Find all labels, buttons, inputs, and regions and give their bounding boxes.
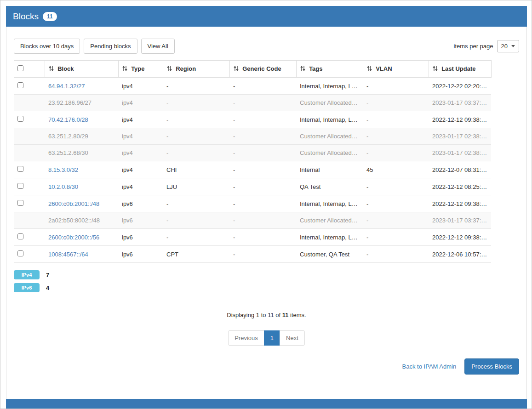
filter-pending-blocks-button[interactable]: Pending blocks <box>84 39 137 54</box>
vlan-cell: - <box>363 78 429 95</box>
tags-cell: Internal, Internap, LAN <box>296 78 363 95</box>
vlan-cell: - <box>363 212 429 229</box>
vlan-cell: - <box>363 145 429 161</box>
column-header-type[interactable]: Type <box>118 61 163 78</box>
table-row: 63.251.2.68/30ipv4--Customer Allocated I… <box>14 145 491 161</box>
tags-cell: Internal, Internap, LAN <box>296 195 363 212</box>
previous-page-button[interactable]: Previous <box>228 330 264 346</box>
generic-code-cell: - <box>229 178 296 195</box>
row-checkbox[interactable] <box>17 183 23 189</box>
block-cell: 70.42.176.0/28 <box>45 111 118 128</box>
pagination: Previous 1 Next <box>228 330 305 346</box>
back-to-ipam-admin-link[interactable]: Back to IPAM Admin <box>402 363 457 370</box>
block-cell: 2600:c0b:2000::/56 <box>45 229 118 246</box>
column-header-block[interactable]: Block <box>45 61 118 78</box>
row-checkbox[interactable] <box>17 82 23 88</box>
block-cell: 63.251.2.68/30 <box>45 145 118 161</box>
row-checkbox[interactable] <box>17 250 23 256</box>
vlan-cell: 45 <box>363 161 429 178</box>
region-cell: - <box>163 111 229 128</box>
filter-view-all-button[interactable]: View All <box>141 39 175 54</box>
display-info-suffix: items. <box>288 312 306 318</box>
column-label: Generic Code <box>242 65 281 72</box>
block-link[interactable]: 8.15.3.0/32 <box>48 166 78 173</box>
table-row: 8.15.3.0/32ipv4CHI-Internal452022-12-07 … <box>14 161 491 178</box>
row-checkbox[interactable] <box>17 200 23 206</box>
table-row: 10.2.0.8/30ipv4LJU-QA Test-2022-12-12 08… <box>14 178 491 195</box>
ipv4-badge: IPv4 <box>14 270 40 279</box>
panel-footer-bar <box>6 399 527 409</box>
sort-icon <box>433 66 438 73</box>
row-checkbox[interactable] <box>17 166 23 172</box>
tags-cell: QA Test <box>296 178 363 195</box>
blocks-panel: Blocks 11 Blocks over 10 days Pending bl… <box>6 6 527 409</box>
block-link[interactable]: 1008:4567::/64 <box>48 251 88 258</box>
table-row: 23.92.186.96/27ipv4--Customer Allocated,… <box>14 95 491 111</box>
footer-actions: Back to IPAM Admin Process Blocks <box>14 358 519 375</box>
ipv4-summary-row: IPv4 7 <box>14 270 519 279</box>
column-header-tags[interactable]: Tags <box>296 61 363 78</box>
type-cell: ipv6 <box>118 195 163 212</box>
row-select-cell <box>14 161 45 178</box>
row-select-cell <box>14 246 45 263</box>
vlan-cell: - <box>363 128 429 145</box>
block-link[interactable]: 2600:c0b:2001::/48 <box>48 200 99 207</box>
select-all-checkbox[interactable] <box>17 65 23 71</box>
items-per-page-label: items per page <box>454 43 493 50</box>
block-link[interactable]: 64.94.1.32/27 <box>48 83 85 90</box>
block-cell: 2a02:b50:8002::/48 <box>45 212 118 229</box>
toolbar: Blocks over 10 days Pending blocks View … <box>14 27 519 54</box>
region-cell: - <box>163 229 229 246</box>
block-link[interactable]: 2600:c0b:2000::/56 <box>48 234 99 241</box>
block-link[interactable]: 70.42.176.0/28 <box>48 116 88 123</box>
block-label: 23.92.186.96/27 <box>48 99 92 106</box>
process-blocks-button[interactable]: Process Blocks <box>464 358 519 375</box>
items-per-page-select[interactable]: 20 <box>497 40 519 52</box>
row-select-cell <box>14 111 45 128</box>
last-update-cell: 2022-12-12 09:38:13 <box>429 229 491 246</box>
page-1-button[interactable]: 1 <box>264 330 280 346</box>
table-row: 63.251.2.80/29ipv4--Customer Allocated I… <box>14 128 491 145</box>
ipv6-badge: IPv6 <box>14 283 40 292</box>
block-cell: 1008:4567::/64 <box>45 246 118 263</box>
vlan-cell: - <box>363 178 429 195</box>
table-row: 64.94.1.32/27ipv4--Internal, Internap, L… <box>14 78 491 95</box>
column-header-generic-code[interactable]: Generic Code <box>229 61 296 78</box>
row-select-cell <box>14 229 45 246</box>
row-checkbox[interactable] <box>17 233 23 239</box>
last-update-cell: 2023-01-17 02:38:06 <box>429 145 491 161</box>
tags-cell: Internal <box>296 161 363 178</box>
row-checkbox[interactable] <box>17 116 23 122</box>
tags-cell: Customer Allocated I… <box>296 128 363 145</box>
blocks-table-body: 64.94.1.32/27ipv4--Internal, Internap, L… <box>14 78 491 263</box>
block-cell: 64.94.1.32/27 <box>45 78 118 95</box>
block-link[interactable]: 10.2.0.8/30 <box>48 183 78 190</box>
block-label: 63.251.2.80/29 <box>48 133 88 140</box>
ip-summary: IPv4 7 IPv6 4 <box>14 270 519 292</box>
sort-icon <box>49 66 54 73</box>
region-cell: - <box>163 145 229 161</box>
sort-icon <box>234 66 239 73</box>
row-select-cell <box>14 195 45 212</box>
next-page-button[interactable]: Next <box>280 330 305 346</box>
generic-code-cell: - <box>229 128 296 145</box>
region-cell: - <box>163 78 229 95</box>
region-cell: - <box>163 212 229 229</box>
blocks-count-badge: 11 <box>43 12 57 21</box>
filter-buttons: Blocks over 10 days Pending blocks View … <box>14 39 175 54</box>
region-cell: CHI <box>163 161 229 178</box>
region-cell: LJU <box>163 178 229 195</box>
tags-cell: Internal, Internap, LAN <box>296 229 363 246</box>
vlan-cell: - <box>363 229 429 246</box>
last-update-cell: 2023-01-17 03:37:23 <box>429 95 491 111</box>
filter-blocks-over-10-days-button[interactable]: Blocks over 10 days <box>14 39 80 54</box>
column-header-last-update[interactable]: Last Update <box>429 61 491 78</box>
column-header-vlan[interactable]: VLAN <box>363 61 429 78</box>
region-cell: - <box>163 195 229 212</box>
last-update-cell: 2022-12-22 02:20:48 <box>429 78 491 95</box>
column-header-region[interactable]: Region <box>163 61 229 78</box>
last-update-cell: 2022-12-12 09:38:13 <box>429 195 491 212</box>
vlan-cell: - <box>363 195 429 212</box>
generic-code-cell: - <box>229 161 296 178</box>
table-row: 2a02:b50:8002::/48ipv6--Customer Allocat… <box>14 212 491 229</box>
